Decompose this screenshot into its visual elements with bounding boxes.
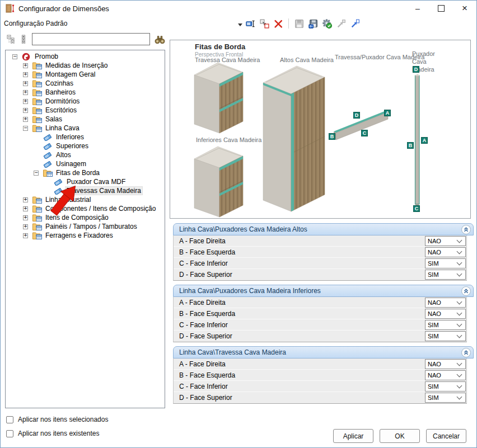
cancel-button[interactable]: Cancelar — [426, 429, 466, 443]
duplicate-config-icon[interactable] — [259, 18, 270, 29]
config-toolbar: Configuração Padrão — [1, 16, 476, 31]
tree-item[interactable]: +Painéis / Tampos / Tamburatos — [6, 222, 165, 231]
folder-icon — [32, 70, 43, 79]
value-dropdown[interactable]: NAO — [425, 309, 466, 319]
expand-node-icon[interactable]: + — [23, 108, 28, 113]
expand-node-icon[interactable]: + — [23, 72, 28, 77]
chevron-down-icon — [457, 237, 462, 243]
collapse-node-icon[interactable]: − — [34, 171, 39, 176]
checkbox-icon[interactable] — [6, 430, 13, 437]
value-dropdown[interactable]: NAO — [425, 247, 466, 257]
close-button[interactable]: × — [453, 1, 476, 16]
tree-item[interactable]: +Componentes / Itens de Composição — [6, 204, 165, 213]
maximize-button[interactable] — [429, 1, 453, 16]
value-dropdown[interactable]: NAO — [425, 236, 466, 246]
rename-config-icon[interactable] — [245, 18, 256, 29]
section-rows: A - Face DireitaNAOB - Face EsquerdaNAOC… — [173, 297, 467, 342]
collapse-section-button[interactable] — [461, 348, 471, 357]
collapse-section-button[interactable] — [461, 286, 471, 296]
expand-node-icon[interactable]: + — [23, 233, 28, 238]
expand-node-icon[interactable]: + — [23, 197, 28, 202]
param-row: A - Face DireitaNAO — [174, 297, 466, 308]
tree-item-label: Usinagem — [55, 160, 87, 168]
tree-item[interactable]: +Itens de Composição — [6, 213, 165, 222]
tree-item[interactable]: +Escritórios — [6, 106, 165, 115]
expand-node-icon[interactable]: + — [23, 63, 28, 68]
apply-config-icon[interactable] — [321, 18, 333, 29]
value-dropdown[interactable]: NAO — [425, 359, 466, 369]
section-header[interactable]: Linha Cava\Puxadores Cava Madeira Altos — [173, 223, 474, 235]
value-dropdown[interactable]: SIM — [425, 258, 466, 268]
tree-item[interactable]: Superiores — [6, 142, 165, 150]
apply-existing-checkbox[interactable]: Aplicar nos itens existentes — [6, 430, 108, 437]
window-title: Configurador de Dimensões — [18, 4, 109, 13]
tree-item[interactable]: +Ferragens e Fixadores — [6, 231, 165, 240]
tree-search-input[interactable] — [32, 33, 151, 45]
expand-node-icon[interactable]: + — [23, 206, 28, 211]
delete-config-icon[interactable] — [273, 18, 284, 29]
checkbox-icon[interactable] — [6, 416, 13, 423]
face-marker-d: D — [353, 112, 360, 119]
tree-item[interactable]: Altos — [6, 150, 165, 159]
tree-item[interactable]: +Montagem Geral — [6, 70, 165, 79]
param-label: A - Face Direita — [179, 299, 425, 306]
export-config-icon[interactable] — [307, 18, 319, 29]
tree-item[interactable]: Puxador Cava MDF — [6, 177, 165, 186]
param-row: C - Face InferiorSIM — [174, 258, 466, 269]
collapse-section-button[interactable] — [461, 225, 471, 234]
config-dropdown-arrow-icon[interactable] — [238, 23, 242, 26]
tree-item[interactable]: +Linha Industrial — [6, 195, 165, 204]
dropdown-value: NAO — [425, 310, 457, 317]
apply-selected-label: Aplicar nos itens selecionados — [18, 416, 108, 423]
tree-item[interactable]: +Banheiros — [6, 88, 165, 97]
value-dropdown[interactable]: SIM — [425, 320, 466, 330]
expand-node-icon[interactable]: + — [23, 90, 28, 95]
folder-icon — [32, 124, 43, 133]
tree-item[interactable]: Travessas Cava Madeira — [6, 186, 165, 195]
configurador-dialog: Configurador de Dimensões – × Configuraç… — [0, 0, 477, 448]
tree-item[interactable]: −Fitas de Borda — [6, 168, 165, 177]
value-dropdown[interactable]: SIM — [425, 331, 466, 341]
param-label: C - Face Inferior — [179, 321, 425, 329]
tree-item[interactable]: +Dormitórios — [6, 97, 165, 106]
section-header[interactable]: Linha Cava\Puxadores Cava Madeira Inferi… — [173, 285, 474, 297]
value-dropdown[interactable]: NAO — [425, 370, 466, 380]
tree-item[interactable]: +Salas — [6, 115, 165, 124]
config-combobox[interactable]: Configuração Padrão — [4, 20, 67, 27]
expand-node-icon[interactable]: + — [23, 81, 28, 86]
value-dropdown[interactable]: SIM — [425, 381, 466, 392]
tree-item[interactable]: Inferiores — [6, 133, 165, 142]
chevron-down-icon — [457, 371, 462, 377]
expand-node-icon[interactable]: + — [23, 117, 28, 122]
dropdown-value: SIM — [425, 271, 457, 278]
ok-button[interactable]: OK — [380, 429, 420, 443]
tree-item[interactable]: Usinagem — [6, 159, 165, 168]
value-dropdown[interactable]: NAO — [425, 298, 466, 308]
tree-item[interactable]: −Linha Cava — [6, 124, 165, 133]
section-header[interactable]: Linha Cava\Travessa Cava Madeira — [173, 346, 474, 359]
import-config-icon[interactable] — [349, 18, 361, 29]
tree-item[interactable]: +Medidas de Inserção — [6, 61, 165, 70]
param-label: C - Face Inferior — [179, 383, 425, 390]
chevron-down-icon — [457, 299, 462, 304]
param-section: Linha Cava\Puxadores Cava Madeira AltosA… — [173, 223, 474, 281]
value-dropdown[interactable]: SIM — [425, 270, 466, 280]
expand-node-icon[interactable]: + — [23, 99, 28, 104]
dropdown-value: NAO — [425, 238, 457, 244]
tree-item[interactable]: +Cozinhas — [6, 79, 165, 88]
collapse-node-icon[interactable]: − — [12, 54, 17, 59]
tree-item[interactable]: −Promob — [6, 52, 165, 61]
apply-selected-checkbox[interactable]: Aplicar nos itens selecionados — [6, 416, 108, 423]
collapse-node-icon[interactable]: − — [23, 126, 28, 131]
search-binoculars-button[interactable] — [153, 33, 166, 45]
collapse-all-button[interactable] — [5, 33, 17, 45]
face-marker-b: B — [407, 142, 414, 149]
tree-item-label: Linha Industrial — [44, 196, 92, 204]
minimize-button[interactable]: – — [406, 1, 429, 16]
value-dropdown[interactable]: SIM — [425, 393, 466, 403]
expand-node-icon[interactable]: + — [23, 215, 28, 220]
expand-node-icon[interactable]: + — [23, 224, 28, 229]
expand-all-button[interactable] — [17, 33, 30, 45]
category-tree: −Promob+Medidas de Inserção+Montagem Ger… — [5, 50, 165, 408]
apply-button[interactable]: Aplicar — [333, 429, 373, 443]
